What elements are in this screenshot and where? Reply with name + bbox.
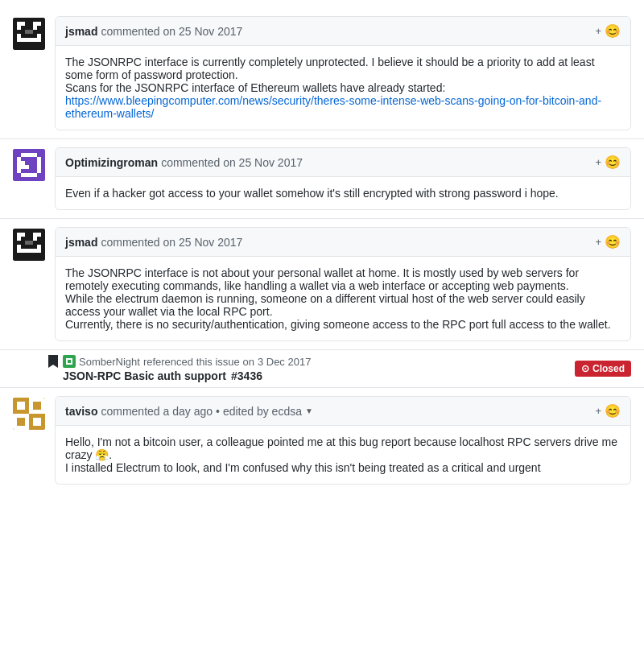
- svg-rect-35: [17, 418, 25, 426]
- comment-1-para-1: The JSONRPC interface is currently compl…: [65, 56, 621, 81]
- comment-block-3: jsmad commented on 25 Nov 2017 + 😊 The J…: [0, 218, 644, 349]
- svg-rect-19: [21, 237, 25, 241]
- reference-text: SomberNight referenced this issue on 3 D…: [63, 355, 311, 368]
- reference-issue-number[interactable]: #3436: [231, 369, 262, 382]
- comment-4-actions: + 😊: [595, 403, 621, 419]
- comment-block-1: jsmad commented on 25 Nov 2017 + 😊 The J…: [0, 8, 644, 138]
- comment-2-header-left: Optimizingroman commented on 25 Nov 2017: [65, 156, 303, 169]
- comment-4-plus[interactable]: +: [595, 405, 601, 417]
- sombernight-avatar-icon: [63, 355, 76, 368]
- closed-badge-label: Closed: [592, 363, 625, 374]
- svg-rect-21: [21, 249, 37, 253]
- svg-rect-6: [17, 34, 21, 42]
- svg-rect-20: [37, 237, 41, 241]
- comment-1-para-2: Scans for the JSONRPC interface of Ether…: [65, 81, 621, 94]
- svg-rect-7: [37, 34, 41, 42]
- comment-1-actions: + 😊: [595, 23, 621, 39]
- svg-rect-10: [21, 153, 37, 157]
- comment-4-header-left: taviso commented a day ago • edited by e…: [65, 405, 313, 418]
- comment-3-box: jsmad commented on 25 Nov 2017 + 😊 The J…: [55, 227, 631, 341]
- svg-rect-12: [37, 157, 41, 173]
- comment-4-para-2: I installed Electrum to look, and I'm co…: [65, 461, 621, 474]
- comment-4-para-1: Hello, I'm not a bitcoin user, a colleag…: [65, 435, 621, 461]
- chevron-down-icon: ▼: [305, 406, 313, 415]
- svg-rect-5: [21, 38, 37, 42]
- comment-2-para-1: Even if a hacker got access to your wall…: [65, 187, 621, 200]
- comment-4-bullet: •: [216, 405, 220, 418]
- comment-4-username[interactable]: taviso: [65, 405, 97, 418]
- svg-rect-22: [17, 245, 21, 253]
- svg-rect-34: [33, 418, 41, 426]
- comment-2-body: Even if a hacker got access to your wall…: [56, 177, 630, 209]
- svg-rect-3: [21, 26, 25, 30]
- svg-rect-24: [25, 241, 33, 245]
- svg-rect-4: [37, 26, 41, 30]
- comment-2-username[interactable]: Optimizingroman: [65, 156, 158, 169]
- comment-3-username[interactable]: jsmad: [65, 236, 97, 249]
- svg-rect-33: [17, 402, 25, 410]
- comment-3-date: commented on 25 Nov 2017: [101, 236, 242, 249]
- avatar-optimizing: [13, 149, 45, 181]
- comment-1-plus[interactable]: +: [595, 25, 601, 37]
- comment-block-2: Optimizingroman commented on 25 Nov 2017…: [0, 138, 644, 218]
- reference-title-row: SomberNight referenced this issue on 3 D…: [63, 355, 311, 382]
- comment-4-date: commented a day ago: [101, 405, 213, 418]
- svg-rect-23: [37, 245, 41, 253]
- comment-3-para-1: The JSONRPC interface is not about your …: [65, 266, 621, 292]
- bookmark-icon: [48, 355, 58, 368]
- svg-rect-8: [25, 30, 33, 34]
- comment-3-emoji[interactable]: 😊: [605, 234, 621, 250]
- reference-action: referenced this issue on: [143, 356, 254, 368]
- comment-3-header: jsmad commented on 25 Nov 2017 + 😊: [56, 228, 630, 257]
- avatar-jsmad-2: [13, 229, 45, 261]
- comment-1-date: commented on 25 Nov 2017: [101, 25, 242, 38]
- comment-2-emoji[interactable]: 😊: [605, 155, 621, 170]
- comment-2-plus[interactable]: +: [595, 156, 601, 168]
- svg-rect-15: [25, 161, 29, 165]
- reference-username[interactable]: SomberNight: [79, 356, 140, 368]
- comment-1-para-3: https://www.bleepingcomputer.com/news/se…: [65, 94, 621, 120]
- comment-2-actions: + 😊: [595, 155, 621, 170]
- reference-content: SomberNight referenced this issue on 3 D…: [63, 355, 631, 382]
- svg-rect-13: [21, 173, 37, 177]
- avatar-jsmad-1: [13, 18, 45, 50]
- reference-date: 3 Dec 2017: [258, 356, 312, 368]
- comment-4-emoji[interactable]: 😊: [605, 403, 621, 419]
- comment-1-link[interactable]: https://www.bleepingcomputer.com/news/se…: [65, 94, 601, 120]
- comment-2-date: commented on 25 Nov 2017: [161, 156, 303, 169]
- comment-3-header-left: jsmad commented on 25 Nov 2017: [65, 236, 242, 249]
- comment-block-4: taviso commented a day ago • edited by e…: [0, 387, 644, 493]
- svg-rect-11: [17, 157, 21, 173]
- comment-4-body: Hello, I'm not a bitcoin user, a colleag…: [56, 426, 630, 484]
- comment-2-header: Optimizingroman commented on 25 Nov 2017…: [56, 148, 630, 177]
- comment-3-para-2: While the electrum daemon is running, so…: [65, 292, 621, 318]
- comment-1-emoji[interactable]: 😊: [605, 23, 621, 39]
- comment-1-header-left: jsmad commented on 25 Nov 2017: [65, 25, 242, 38]
- comment-1-username[interactable]: jsmad: [65, 25, 97, 38]
- reference-issue-title-row: JSON-RPC Basic auth support #3436: [63, 369, 311, 382]
- comment-3-para-3: Currently, there is no security/authenti…: [65, 318, 621, 331]
- closed-circle-icon: ⊙: [581, 363, 589, 374]
- comment-4-edited: edited by ecdsa: [223, 405, 302, 418]
- svg-rect-36: [33, 402, 41, 410]
- comment-1-header: jsmad commented on 25 Nov 2017 + 😊: [56, 17, 630, 46]
- reference-block: SomberNight referenced this issue on 3 D…: [0, 349, 644, 387]
- closed-badge: ⊙ Closed: [575, 361, 631, 377]
- comment-1-box: jsmad commented on 25 Nov 2017 + 😊 The J…: [55, 16, 631, 130]
- comments-page: jsmad commented on 25 Nov 2017 + 😊 The J…: [0, 0, 644, 501]
- comment-3-actions: + 😊: [595, 234, 621, 250]
- comment-4-box: taviso commented a day ago • edited by e…: [55, 396, 631, 485]
- svg-rect-27: [68, 360, 71, 363]
- comment-3-plus[interactable]: +: [595, 236, 601, 248]
- reference-issue-title: JSON-RPC Basic auth support: [63, 369, 226, 382]
- comment-3-body: The JSONRPC interface is not about your …: [56, 257, 630, 340]
- comment-1-body: The JSONRPC interface is currently compl…: [56, 46, 630, 130]
- comment-2-box: Optimizingroman commented on 25 Nov 2017…: [55, 147, 631, 210]
- comment-4-header: taviso commented a day ago • edited by e…: [56, 397, 630, 426]
- avatar-taviso: [13, 398, 45, 430]
